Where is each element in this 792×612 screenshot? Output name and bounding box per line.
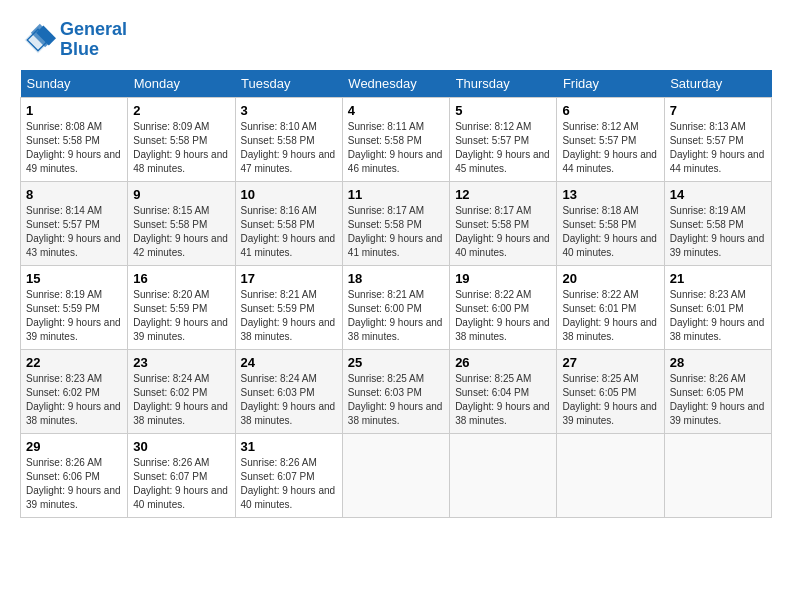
calendar-cell: 25 Sunrise: 8:25 AM Sunset: 6:03 PM Dayl… — [342, 349, 449, 433]
calendar-cell: 31 Sunrise: 8:26 AM Sunset: 6:07 PM Dayl… — [235, 433, 342, 517]
day-info: Sunrise: 8:22 AM Sunset: 6:00 PM Dayligh… — [455, 288, 551, 344]
day-info: Sunrise: 8:18 AM Sunset: 5:58 PM Dayligh… — [562, 204, 658, 260]
calendar-cell — [664, 433, 771, 517]
calendar-header-row: SundayMondayTuesdayWednesdayThursdayFrid… — [21, 70, 772, 98]
day-number: 27 — [562, 355, 658, 370]
day-number: 8 — [26, 187, 122, 202]
calendar-cell: 10 Sunrise: 8:16 AM Sunset: 5:58 PM Dayl… — [235, 181, 342, 265]
day-number: 16 — [133, 271, 229, 286]
day-info: Sunrise: 8:16 AM Sunset: 5:58 PM Dayligh… — [241, 204, 337, 260]
day-number: 20 — [562, 271, 658, 286]
day-number: 22 — [26, 355, 122, 370]
day-number: 26 — [455, 355, 551, 370]
day-number: 5 — [455, 103, 551, 118]
day-info: Sunrise: 8:17 AM Sunset: 5:58 PM Dayligh… — [348, 204, 444, 260]
calendar-cell — [557, 433, 664, 517]
day-number: 11 — [348, 187, 444, 202]
column-header-thursday: Thursday — [450, 70, 557, 98]
calendar-cell: 2 Sunrise: 8:09 AM Sunset: 5:58 PM Dayli… — [128, 97, 235, 181]
day-number: 23 — [133, 355, 229, 370]
calendar-cell: 5 Sunrise: 8:12 AM Sunset: 5:57 PM Dayli… — [450, 97, 557, 181]
day-number: 4 — [348, 103, 444, 118]
day-number: 13 — [562, 187, 658, 202]
day-info: Sunrise: 8:10 AM Sunset: 5:58 PM Dayligh… — [241, 120, 337, 176]
calendar-cell: 24 Sunrise: 8:24 AM Sunset: 6:03 PM Dayl… — [235, 349, 342, 433]
day-info: Sunrise: 8:12 AM Sunset: 5:57 PM Dayligh… — [455, 120, 551, 176]
day-info: Sunrise: 8:24 AM Sunset: 6:03 PM Dayligh… — [241, 372, 337, 428]
day-info: Sunrise: 8:24 AM Sunset: 6:02 PM Dayligh… — [133, 372, 229, 428]
calendar-cell: 20 Sunrise: 8:22 AM Sunset: 6:01 PM Dayl… — [557, 265, 664, 349]
day-number: 3 — [241, 103, 337, 118]
column-header-monday: Monday — [128, 70, 235, 98]
day-number: 14 — [670, 187, 766, 202]
calendar-table: SundayMondayTuesdayWednesdayThursdayFrid… — [20, 70, 772, 518]
column-header-saturday: Saturday — [664, 70, 771, 98]
calendar-cell: 16 Sunrise: 8:20 AM Sunset: 5:59 PM Dayl… — [128, 265, 235, 349]
day-info: Sunrise: 8:26 AM Sunset: 6:06 PM Dayligh… — [26, 456, 122, 512]
calendar-cell: 27 Sunrise: 8:25 AM Sunset: 6:05 PM Dayl… — [557, 349, 664, 433]
calendar-cell: 6 Sunrise: 8:12 AM Sunset: 5:57 PM Dayli… — [557, 97, 664, 181]
day-number: 21 — [670, 271, 766, 286]
calendar-row-3: 15 Sunrise: 8:19 AM Sunset: 5:59 PM Dayl… — [21, 265, 772, 349]
day-info: Sunrise: 8:19 AM Sunset: 5:59 PM Dayligh… — [26, 288, 122, 344]
day-number: 6 — [562, 103, 658, 118]
calendar-cell: 3 Sunrise: 8:10 AM Sunset: 5:58 PM Dayli… — [235, 97, 342, 181]
calendar-cell: 13 Sunrise: 8:18 AM Sunset: 5:58 PM Dayl… — [557, 181, 664, 265]
calendar-cell: 19 Sunrise: 8:22 AM Sunset: 6:00 PM Dayl… — [450, 265, 557, 349]
day-number: 19 — [455, 271, 551, 286]
day-number: 24 — [241, 355, 337, 370]
day-info: Sunrise: 8:26 AM Sunset: 6:05 PM Dayligh… — [670, 372, 766, 428]
day-info: Sunrise: 8:13 AM Sunset: 5:57 PM Dayligh… — [670, 120, 766, 176]
day-info: Sunrise: 8:25 AM Sunset: 6:04 PM Dayligh… — [455, 372, 551, 428]
day-number: 17 — [241, 271, 337, 286]
day-info: Sunrise: 8:23 AM Sunset: 6:01 PM Dayligh… — [670, 288, 766, 344]
calendar-cell: 26 Sunrise: 8:25 AM Sunset: 6:04 PM Dayl… — [450, 349, 557, 433]
calendar-row-1: 1 Sunrise: 8:08 AM Sunset: 5:58 PM Dayli… — [21, 97, 772, 181]
day-info: Sunrise: 8:21 AM Sunset: 6:00 PM Dayligh… — [348, 288, 444, 344]
day-number: 1 — [26, 103, 122, 118]
day-info: Sunrise: 8:15 AM Sunset: 5:58 PM Dayligh… — [133, 204, 229, 260]
day-info: Sunrise: 8:26 AM Sunset: 6:07 PM Dayligh… — [241, 456, 337, 512]
calendar-cell: 11 Sunrise: 8:17 AM Sunset: 5:58 PM Dayl… — [342, 181, 449, 265]
calendar-cell: 12 Sunrise: 8:17 AM Sunset: 5:58 PM Dayl… — [450, 181, 557, 265]
day-number: 2 — [133, 103, 229, 118]
column-header-tuesday: Tuesday — [235, 70, 342, 98]
calendar-cell: 15 Sunrise: 8:19 AM Sunset: 5:59 PM Dayl… — [21, 265, 128, 349]
calendar-cell: 18 Sunrise: 8:21 AM Sunset: 6:00 PM Dayl… — [342, 265, 449, 349]
day-number: 10 — [241, 187, 337, 202]
calendar-cell: 23 Sunrise: 8:24 AM Sunset: 6:02 PM Dayl… — [128, 349, 235, 433]
day-number: 31 — [241, 439, 337, 454]
calendar-cell: 30 Sunrise: 8:26 AM Sunset: 6:07 PM Dayl… — [128, 433, 235, 517]
calendar-cell: 1 Sunrise: 8:08 AM Sunset: 5:58 PM Dayli… — [21, 97, 128, 181]
column-header-wednesday: Wednesday — [342, 70, 449, 98]
day-info: Sunrise: 8:20 AM Sunset: 5:59 PM Dayligh… — [133, 288, 229, 344]
calendar-cell: 8 Sunrise: 8:14 AM Sunset: 5:57 PM Dayli… — [21, 181, 128, 265]
day-info: Sunrise: 8:09 AM Sunset: 5:58 PM Dayligh… — [133, 120, 229, 176]
day-number: 15 — [26, 271, 122, 286]
day-number: 9 — [133, 187, 229, 202]
calendar-cell: 28 Sunrise: 8:26 AM Sunset: 6:05 PM Dayl… — [664, 349, 771, 433]
calendar-cell: 21 Sunrise: 8:23 AM Sunset: 6:01 PM Dayl… — [664, 265, 771, 349]
day-info: Sunrise: 8:25 AM Sunset: 6:05 PM Dayligh… — [562, 372, 658, 428]
column-header-sunday: Sunday — [21, 70, 128, 98]
day-info: Sunrise: 8:22 AM Sunset: 6:01 PM Dayligh… — [562, 288, 658, 344]
day-info: Sunrise: 8:23 AM Sunset: 6:02 PM Dayligh… — [26, 372, 122, 428]
day-number: 12 — [455, 187, 551, 202]
day-number: 25 — [348, 355, 444, 370]
day-info: Sunrise: 8:14 AM Sunset: 5:57 PM Dayligh… — [26, 204, 122, 260]
day-info: Sunrise: 8:26 AM Sunset: 6:07 PM Dayligh… — [133, 456, 229, 512]
calendar-cell: 7 Sunrise: 8:13 AM Sunset: 5:57 PM Dayli… — [664, 97, 771, 181]
calendar-cell — [450, 433, 557, 517]
day-number: 28 — [670, 355, 766, 370]
day-number: 30 — [133, 439, 229, 454]
day-info: Sunrise: 8:11 AM Sunset: 5:58 PM Dayligh… — [348, 120, 444, 176]
calendar-cell: 4 Sunrise: 8:11 AM Sunset: 5:58 PM Dayli… — [342, 97, 449, 181]
logo-icon — [20, 22, 56, 58]
day-info: Sunrise: 8:12 AM Sunset: 5:57 PM Dayligh… — [562, 120, 658, 176]
day-number: 7 — [670, 103, 766, 118]
page-header: General Blue — [20, 20, 772, 60]
day-info: Sunrise: 8:25 AM Sunset: 6:03 PM Dayligh… — [348, 372, 444, 428]
day-info: Sunrise: 8:17 AM Sunset: 5:58 PM Dayligh… — [455, 204, 551, 260]
calendar-cell: 29 Sunrise: 8:26 AM Sunset: 6:06 PM Dayl… — [21, 433, 128, 517]
logo-text: General Blue — [60, 20, 127, 60]
